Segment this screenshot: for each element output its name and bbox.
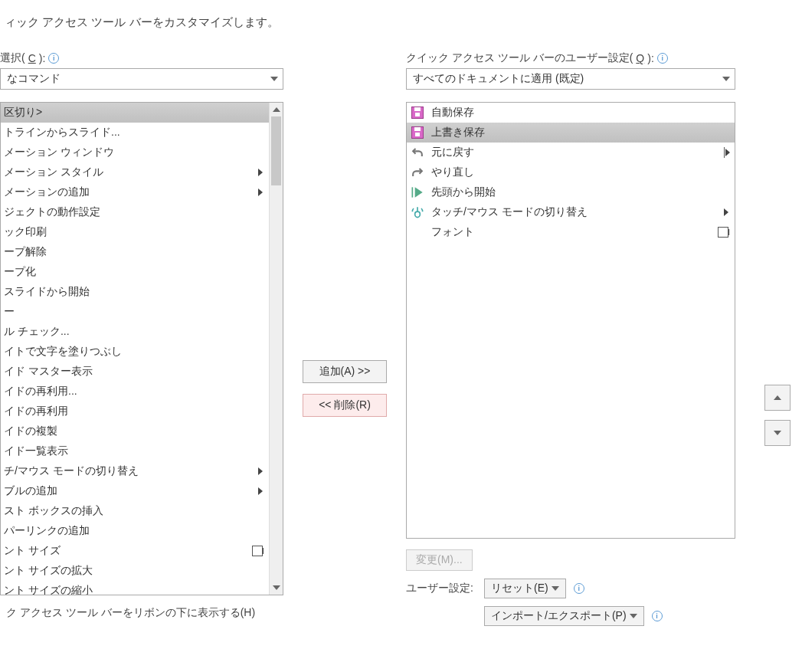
current-qat-list[interactable]: 自動保存上書き保存元に戻すやり直し先頭から開始タッチ/マウス モードの切り替えフ… <box>406 102 735 539</box>
list-item[interactable]: チ/マウス モードの切り替え <box>1 461 269 481</box>
item-text: ント サイズの拡大 <box>4 564 264 578</box>
separator-arrow-icon <box>724 147 730 158</box>
list-item[interactable]: メーション ウィンドウ <box>1 143 269 162</box>
page-title: ィック アクセス ツール バーをカスタマイズします。 <box>0 15 791 30</box>
list-item[interactable]: イドの複製 <box>1 421 269 441</box>
play-from-start-icon <box>410 185 425 200</box>
reset-button[interactable]: リセット(E) <box>484 579 566 598</box>
item-text: メーションの追加 <box>4 185 258 199</box>
list-item[interactable]: 区切り> <box>1 103 269 123</box>
submenu-arrow-icon <box>258 467 263 475</box>
item-text: 元に戻す <box>431 146 718 159</box>
list-item[interactable]: スト ボックスの挿入 <box>1 501 269 521</box>
qat-scope-combo[interactable]: すべてのドキュメントに適用 (既定) <box>406 68 735 90</box>
arrow-down-icon <box>273 585 280 590</box>
item-text: ル チェック... <box>4 325 264 339</box>
item-text: イドの再利用 <box>4 405 264 418</box>
item-text: パーリンクの追加 <box>4 524 264 538</box>
item-text: ジェクトの動作設定 <box>4 205 264 219</box>
list-item[interactable]: トラインからスライド... <box>1 123 269 143</box>
list-item[interactable]: やり直し <box>407 162 735 182</box>
list-item[interactable]: メーション スタイル <box>1 162 269 182</box>
list-item[interactable]: フォント <box>407 222 735 242</box>
show-below-label: ク アクセス ツール バーをリボンの下に表示する(H) <box>6 606 255 620</box>
item-text: イトで文字を塗りつぶし <box>4 345 264 359</box>
list-item[interactable]: 上書き保存 <box>407 123 735 143</box>
choose-label-key: C <box>28 52 36 64</box>
item-text: チ/マウス モードの切り替え <box>4 464 258 478</box>
touch-mode-icon <box>410 205 425 220</box>
list-item[interactable]: イドの再利用 <box>1 402 269 421</box>
arrow-up-icon <box>273 107 280 112</box>
redo-icon <box>410 165 425 180</box>
svg-marker-1 <box>415 187 423 197</box>
svg-rect-0 <box>412 187 414 197</box>
choose-commands-label: 選択(C): i <box>0 51 283 65</box>
list-item[interactable]: ント サイズ <box>1 541 269 561</box>
import-export-button[interactable]: インポート/エクスポート(P) <box>484 606 644 626</box>
list-item[interactable]: パーリンクの追加 <box>1 521 269 541</box>
item-text: やり直し <box>431 166 730 179</box>
list-item[interactable]: ック印刷 <box>1 222 269 242</box>
list-item[interactable]: イトで文字を塗りつぶし <box>1 342 269 362</box>
list-item[interactable]: イド一覧表示 <box>1 441 269 461</box>
scrollbar[interactable] <box>269 103 283 595</box>
list-item[interactable]: 元に戻す <box>407 143 735 162</box>
submenu-arrow-icon <box>258 188 263 196</box>
scroll-up-button[interactable] <box>270 103 283 116</box>
list-item[interactable]: 自動保存 <box>407 103 735 123</box>
list-item[interactable]: ント サイズの拡大 <box>1 561 269 581</box>
chevron-down-icon <box>270 77 278 81</box>
list-item[interactable]: スライドから開始 <box>1 282 269 302</box>
save-disk-icon <box>410 105 425 120</box>
combo-text: すべてのドキュメントに適用 (既定) <box>413 72 722 86</box>
item-text: 区切り> <box>4 106 264 120</box>
add-button[interactable]: 追加(A) >> <box>303 360 387 383</box>
font-size-box-icon <box>718 227 728 238</box>
list-item[interactable]: ープ化 <box>1 262 269 282</box>
item-text: メーション ウィンドウ <box>4 146 264 159</box>
list-item[interactable]: ー <box>1 302 269 322</box>
font-size-box-icon <box>252 546 263 556</box>
list-item[interactable]: ル チェック... <box>1 322 269 342</box>
chevron-down-icon <box>552 586 559 591</box>
choose-label-pre: 選択( <box>0 51 25 65</box>
info-icon[interactable]: i <box>574 583 584 594</box>
list-item[interactable]: ブルの追加 <box>1 481 269 501</box>
list-item[interactable]: イドの再利用... <box>1 382 269 402</box>
import-export-label: インポート/エクスポート(P) <box>491 609 627 623</box>
scroll-down-button[interactable] <box>270 581 283 595</box>
qat-label-post: ): <box>647 52 654 64</box>
list-item[interactable]: イド マスター表示 <box>1 362 269 382</box>
list-item[interactable]: メーションの追加 <box>1 182 269 202</box>
list-item[interactable]: 先頭から開始 <box>407 182 735 202</box>
item-text: メーション スタイル <box>4 166 258 179</box>
list-item[interactable]: ジェクトの動作設定 <box>1 202 269 222</box>
scroll-thumb[interactable] <box>271 116 281 185</box>
qat-label-pre: クイック アクセス ツール バーのユーザー設定( <box>406 51 633 65</box>
list-item[interactable]: ープ解除 <box>1 242 269 262</box>
move-up-button[interactable] <box>764 385 791 411</box>
item-text: スト ボックスの挿入 <box>4 504 264 518</box>
info-icon[interactable]: i <box>48 53 59 64</box>
item-text: イド マスター表示 <box>4 365 264 379</box>
list-item[interactable]: ント サイズの縮小 <box>1 581 269 595</box>
item-text: ー <box>4 305 264 319</box>
show-below-ribbon-checkbox[interactable]: ク アクセス ツール バーをリボンの下に表示する(H) <box>0 606 283 620</box>
info-icon[interactable]: i <box>652 611 663 621</box>
list-item[interactable]: タッチ/マウス モードの切り替え <box>407 202 735 222</box>
arrow-down-icon <box>774 431 781 435</box>
item-text: イドの複製 <box>4 425 264 438</box>
remove-button[interactable]: << 削除(R) <box>303 394 387 417</box>
qat-customize-label: クイック アクセス ツール バーのユーザー設定(Q): i <box>406 51 791 65</box>
item-text: 上書き保存 <box>431 126 730 139</box>
move-down-button[interactable] <box>764 420 791 446</box>
available-commands-list[interactable]: 区切り>トラインからスライド...メーション ウィンドウメーション スタイルメー… <box>0 102 283 595</box>
item-text: イドの再利用... <box>4 385 264 398</box>
qat-label-key: Q <box>636 52 644 64</box>
item-text: フォント <box>431 225 712 239</box>
info-icon[interactable]: i <box>657 53 668 64</box>
chevron-down-icon <box>722 77 730 81</box>
choose-commands-combo[interactable]: なコマンド <box>0 68 283 90</box>
user-settings-label: ユーザー設定: <box>406 582 476 595</box>
